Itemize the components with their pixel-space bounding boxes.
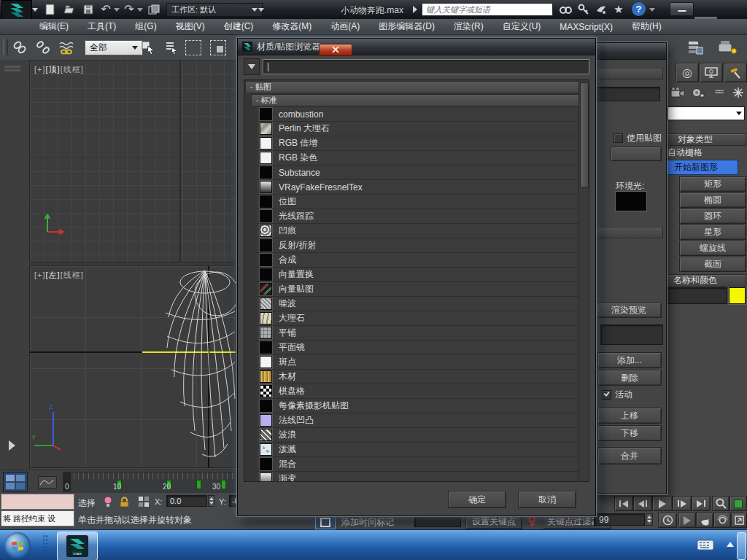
use-map-checkbox[interactable] — [614, 133, 623, 143]
cancel-button[interactable]: 取消 — [518, 491, 576, 508]
menu-graph-editors[interactable]: 图形编辑器(D) — [379, 20, 435, 33]
env-map-button[interactable] — [611, 147, 662, 161]
map-item-speckle[interactable]: 斑点 — [257, 355, 580, 370]
group-standard[interactable]: - 标准 — [251, 94, 579, 106]
key-icon[interactable] — [576, 3, 591, 16]
object-color-swatch[interactable] — [729, 287, 746, 304]
taskbar-3dsmax-button[interactable]: max — [57, 532, 98, 560]
next-frame-icon[interactable] — [673, 496, 692, 511]
coord-x-field[interactable]: 0.0 — [166, 495, 207, 507]
map-item-tiles[interactable]: 平铺 — [257, 326, 580, 341]
material-map-browser-dialog[interactable]: 材质/贴图浏览器 - 贴图 - 标准 combustion Perlin 大理石… — [237, 38, 596, 516]
menu-modifiers[interactable]: 修改器(M) — [272, 20, 311, 33]
orbit-view-icon[interactable] — [713, 513, 731, 528]
coord-x-spinner[interactable] — [208, 495, 214, 507]
tab-motion[interactable]: ◎ — [676, 63, 699, 82]
category-systems-icon[interactable] — [730, 85, 746, 101]
category-helpers-icon[interactable] — [689, 85, 707, 101]
frame-spinner[interactable] — [646, 513, 653, 526]
spinner-down-icon[interactable] — [209, 502, 214, 505]
map-item-checker[interactable]: 棋盘格 — [257, 384, 580, 399]
maximize-viewport-toggle-icon[interactable] — [731, 513, 747, 528]
add-effect-button[interactable]: 添加... — [597, 352, 662, 368]
map-item-combustion[interactable]: combustion — [257, 107, 580, 122]
menu-tools[interactable]: 工具(T) — [88, 20, 116, 33]
viewport-top-label[interactable]: [+][顶][线框] — [34, 64, 84, 75]
browser-scrollbar[interactable] — [578, 80, 589, 481]
viewport-shading-label[interactable]: [线框] — [61, 271, 84, 279]
menu-views[interactable]: 视图(V) — [176, 20, 205, 33]
add-time-tag[interactable]: 添加时间标记 — [341, 516, 394, 529]
use-map-row[interactable]: 使用贴图 — [614, 132, 662, 144]
pan-view-icon[interactable] — [696, 513, 713, 528]
search-input[interactable] — [422, 3, 553, 16]
map-item-vector-displacement[interactable]: 向量置换 — [257, 268, 580, 282]
map-item-flat-mirror[interactable]: 平面镜 — [257, 341, 580, 355]
start-button[interactable] — [4, 532, 31, 559]
new-file-icon[interactable] — [42, 3, 58, 16]
render-preview-button[interactable]: 渲染预览 — [596, 303, 662, 318]
ambient-color-swatch[interactable] — [616, 192, 646, 211]
help-icon[interactable]: ? — [632, 2, 646, 16]
map-item-rgb-tint[interactable]: RGB 染色 — [257, 151, 580, 166]
help-caret-icon[interactable] — [649, 8, 655, 12]
go-to-end-icon[interactable] — [692, 496, 711, 511]
viewport-left[interactable]: [+][左][线框] Z Y — [29, 265, 236, 468]
menu-help[interactable]: 帮助(H) — [632, 20, 662, 33]
select-and-link-icon[interactable] — [10, 38, 29, 57]
shape-button-helix[interactable]: 螺旋线 — [679, 241, 746, 256]
menu-animation[interactable]: 动画(A) — [330, 20, 360, 33]
search-icon[interactable] — [557, 3, 573, 16]
unlink-selection-icon[interactable] — [34, 38, 53, 57]
spinner-up-icon[interactable] — [209, 497, 214, 500]
shape-button-donut[interactable]: 圆环 — [679, 209, 746, 224]
workspaces-icon[interactable] — [146, 3, 162, 16]
app-logo-button[interactable] — [1, 0, 32, 20]
render-setup-icon[interactable] — [715, 37, 740, 58]
map-item-raytrace[interactable]: 光线跟踪 — [257, 209, 580, 224]
go-to-start-icon[interactable] — [614, 496, 633, 511]
viewport-left-label[interactable]: [+][左][线框] — [34, 270, 84, 281]
current-frame-field[interactable]: 99 — [594, 513, 645, 526]
map-item-perlin-marble[interactable]: Perlin 大理石 — [257, 122, 580, 136]
map-item-substance[interactable]: Substance — [257, 166, 580, 180]
rectangular-selection-region-icon[interactable] — [185, 40, 201, 55]
logo-caret-icon[interactable] — [32, 8, 38, 12]
active-checkbox[interactable] — [602, 390, 611, 400]
map-item-vrayfakefresneltex[interactable]: VRayFakeFresnelTex — [257, 180, 580, 195]
time-configuration-icon[interactable] — [658, 513, 677, 528]
map-item-waves[interactable]: 波浪 — [257, 428, 580, 443]
menu-edit[interactable]: 编辑(E) — [39, 20, 69, 33]
show-hidden-icons-arrow[interactable] — [727, 542, 734, 547]
object-name-field[interactable] — [666, 287, 727, 304]
group-maps[interactable]: - 贴图 — [245, 81, 579, 93]
show-desktop-button[interactable] — [737, 532, 746, 560]
category-spacewarps-icon[interactable]: ≈≈ — [710, 83, 727, 99]
map-item-mix[interactable]: 混合 — [257, 457, 580, 472]
toolbar-grip[interactable] — [3, 39, 8, 55]
play-selected-icon[interactable] — [678, 513, 696, 528]
set-key-button[interactable]: 设置关键点 — [465, 514, 522, 529]
window-crossing-icon[interactable] — [210, 40, 226, 55]
viewport-name-label[interactable]: [左] — [46, 271, 61, 279]
selection-filter-dropdown[interactable]: 全部 — [85, 40, 143, 55]
viewport-name-label[interactable]: [顶] — [46, 65, 61, 74]
map-item-composite[interactable]: 合成 — [257, 253, 580, 268]
menu-create[interactable]: 创建(C) — [224, 20, 254, 33]
select-object-icon[interactable] — [139, 38, 158, 57]
zoom-icon[interactable] — [712, 496, 729, 511]
zoom-extents-icon[interactable] — [729, 496, 747, 511]
time-tag-field[interactable] — [414, 516, 461, 527]
shape-button-rectangle[interactable]: 矩形 — [679, 176, 746, 192]
favorites-star-icon[interactable]: ★ — [611, 2, 626, 16]
tab-display[interactable] — [700, 63, 723, 82]
layer-explorer-icon[interactable] — [684, 37, 706, 58]
window-minimize-button[interactable] — [670, 2, 694, 16]
map-item-noise[interactable]: 噪波 — [257, 297, 580, 311]
menu-maxscript[interactable]: MAXScript(X) — [560, 22, 613, 32]
search-history-icon[interactable] — [413, 6, 417, 13]
browser-close-button[interactable] — [319, 44, 352, 56]
browser-titlebar[interactable]: 材质/贴图浏览器 — [238, 39, 595, 55]
category-cameras-icon[interactable] — [669, 85, 686, 101]
map-item-gradient[interactable]: 渐变 — [257, 472, 580, 482]
